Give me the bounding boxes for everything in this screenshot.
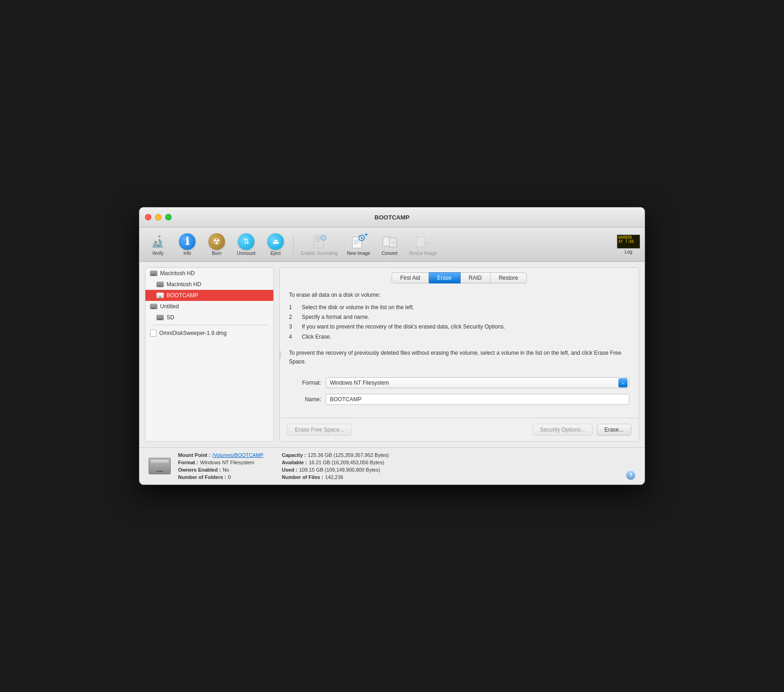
eject-icon: ⏏ [267, 233, 284, 250]
format-select-container: Windows NT Filesystem Mac OS Extended (J… [326, 377, 629, 388]
log-button[interactable]: WARNIN AY 7:86 Log [617, 235, 640, 254]
toolbar-separator-1 [293, 235, 294, 254]
content-area: Macintosh HD Macintosh HD BOOTCAMP Untit… [139, 262, 645, 447]
tab-restore[interactable]: Restore [490, 272, 527, 283]
microscope-icon: 🔬 [150, 233, 166, 250]
convert-label: Convert [381, 251, 398, 256]
toolbar-item-verify[interactable]: 🔬 Verify [144, 231, 172, 258]
name-label: Name: [289, 395, 321, 404]
status-row-mount: Mount Point : /Volumes/BOOTCAMP [178, 452, 264, 458]
format-value: Windows NT Filesystem [200, 460, 254, 465]
owners-value: No [223, 467, 229, 473]
mount-point-value[interactable]: /Volumes/BOOTCAMP [212, 452, 263, 458]
list-item: 2 Specify a format and name. [289, 313, 629, 322]
toolbar-item-convert[interactable]: → Convert [376, 231, 404, 258]
format-label: Format: [289, 379, 321, 387]
status-row-available: Available : 16.21 GB (16,209,453,056 Byt… [282, 460, 389, 465]
unmount-icon: ⇅ [238, 233, 254, 250]
erase-button[interactable]: Erase... [597, 424, 631, 436]
status-bar: Mount Point : /Volumes/BOOTCAMP Format :… [139, 447, 645, 484]
tab-first-aid[interactable]: First Aid [392, 272, 429, 283]
format-row: Format: Windows NT Filesystem Mac OS Ext… [289, 377, 629, 388]
name-input[interactable] [326, 394, 629, 405]
sidebar-item-untitled[interactable]: Untitled [145, 301, 273, 312]
svg-text:✓: ✓ [322, 236, 325, 241]
format-select[interactable]: Windows NT Filesystem Mac OS Extended (J… [326, 377, 629, 388]
disk-icon [150, 271, 157, 276]
erase-free-space-button[interactable]: Erase Free Space... [287, 424, 352, 436]
sidebar-item-macintosh-hd-2[interactable]: Macintosh HD [145, 279, 273, 290]
close-button[interactable] [145, 214, 151, 220]
svg-rect-3 [315, 241, 320, 242]
burn-icon: ☢ [208, 233, 225, 250]
tab-erase[interactable]: Erase [429, 272, 460, 283]
toolbar: 🔬 Verify ℹ Info ☢ Burn ⇅ Unmount ⏏ Eject [139, 228, 645, 262]
window-title: BOOTCAMP [375, 214, 409, 221]
info-label: Info [184, 251, 191, 256]
sidebar: Macintosh HD Macintosh HD BOOTCAMP Untit… [145, 267, 274, 442]
enable-journaling-label: Enable Journaling [301, 251, 338, 256]
panel-body: To erase all data on a disk or volume: 1… [280, 283, 639, 418]
eject-label: Eject [271, 251, 281, 256]
convert-icon: → [381, 233, 398, 250]
disk-icon [156, 282, 164, 287]
titlebar: BOOTCAMP [139, 208, 645, 228]
minimize-button[interactable] [155, 214, 161, 220]
svg-text:→: → [390, 239, 396, 246]
maximize-button[interactable] [165, 214, 172, 220]
sidebar-list: Macintosh HD Macintosh HD BOOTCAMP Untit… [145, 268, 273, 339]
used-value: 109.15 GB (109,149,900,800 Bytes) [299, 467, 380, 473]
toolbar-item-eject[interactable]: ⏏ Eject [262, 231, 289, 258]
sidebar-separator [150, 325, 269, 325]
security-options-button[interactable]: Security Options... [532, 424, 593, 436]
toolbar-item-burn[interactable]: ☢ Burn [203, 231, 231, 258]
verify-label: Verify [152, 251, 163, 256]
status-row-used: Used : 109.15 GB (109,149,900,800 Bytes) [282, 467, 389, 473]
list-item: 4 Click Erase. [289, 333, 629, 341]
status-row-format: Format : Windows NT Filesystem [178, 460, 264, 465]
format-key: Format : [178, 460, 198, 465]
log-label: Log [625, 249, 633, 254]
sidebar-item-macintosh-hd-1[interactable]: Macintosh HD [145, 268, 273, 279]
toolbar-item-resize-image: ↔ Resize Image [405, 231, 441, 258]
file-icon [150, 329, 156, 337]
tabs: First Aid Erase RAID Restore [280, 268, 639, 283]
instructions-intro: To erase all data on a disk or volume: [289, 291, 629, 300]
toolbar-item-enable-journaling: ✓ Enable Journaling [297, 231, 341, 258]
sidebar-item-sd[interactable]: SD [145, 312, 273, 323]
toolbar-item-new-image[interactable]: + New Image [343, 231, 374, 258]
mount-point-key: Mount Point : [178, 452, 210, 458]
available-key: Available : [282, 460, 307, 465]
sidebar-item-omnidisksweeper[interactable]: OmniDiskSweeper-1.9.dmg [145, 327, 273, 339]
resize-image-icon: ↔ [415, 233, 431, 250]
capacity-value: 125.36 GB (125,359,357,952 Bytes) [308, 452, 389, 458]
available-value: 16.21 GB (16,209,453,056 Bytes) [309, 460, 384, 465]
owners-key: Owners Enabled : [178, 467, 221, 473]
files-value: 142,236 [325, 474, 343, 480]
status-row-owners: Owners Enabled : No [178, 467, 264, 473]
disk-icon [156, 315, 164, 320]
resize-handle[interactable] [279, 350, 281, 359]
status-info: Mount Point : /Volumes/BOOTCAMP Format :… [178, 452, 619, 480]
status-row-folders: Number of Folders : 0 [178, 474, 264, 480]
button-group: Security Options... Erase... [532, 424, 631, 436]
toolbar-item-unmount[interactable]: ⇅ Unmount [232, 231, 260, 258]
new-image-label: New Image [347, 251, 370, 256]
files-key: Number of Files : [282, 474, 323, 480]
svg-text:+: + [360, 236, 363, 241]
log-preview: WARNIN AY 7:86 [617, 235, 640, 248]
toolbar-item-info[interactable]: ℹ Info [173, 231, 201, 258]
tab-raid[interactable]: RAID [461, 272, 491, 283]
unmount-label: Unmount [237, 251, 256, 256]
svg-text:↔: ↔ [424, 239, 431, 247]
burn-label: Burn [212, 251, 221, 256]
info-icon: ℹ [179, 233, 196, 250]
help-button[interactable]: ? [626, 471, 635, 480]
status-right-col: Capacity : 125.36 GB (125,359,357,952 By… [282, 452, 389, 480]
instructions-list: 1 Select the disk or volume in the list … [289, 303, 629, 341]
status-left-col: Mount Point : /Volumes/BOOTCAMP Format :… [178, 452, 264, 480]
sidebar-item-bootcamp[interactable]: BOOTCAMP [145, 290, 273, 301]
traffic-lights [145, 214, 172, 220]
folders-key: Number of Folders : [178, 474, 226, 480]
used-key: Used : [282, 467, 298, 473]
